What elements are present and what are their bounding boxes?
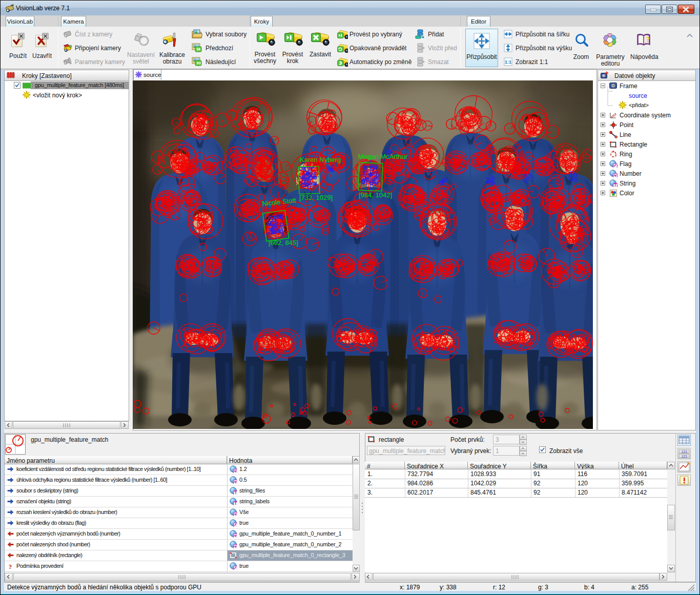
svg-text:[984, 1042]: [984, 1042] [359,191,392,199]
svg-text:?: ? [646,36,650,44]
svg-text:123: 123 [681,455,687,459]
svg-text:?: ? [9,563,12,570]
svg-text:[602, 845]: [602, 845] [269,239,298,247]
svg-text:Megan McArthur: Megan McArthur [358,153,408,160]
svg-text:T: T [234,501,237,505]
svg-text:T: T [234,490,237,495]
svg-text:1:1: 1:1 [505,59,511,65]
svg-text:[732, 1029]: [732, 1029] [299,194,333,201]
svg-text:Karen Nyberg: Karen Nyberg [300,156,341,163]
svg-text:T: T [614,182,617,187]
svg-text:123: 123 [681,450,687,454]
